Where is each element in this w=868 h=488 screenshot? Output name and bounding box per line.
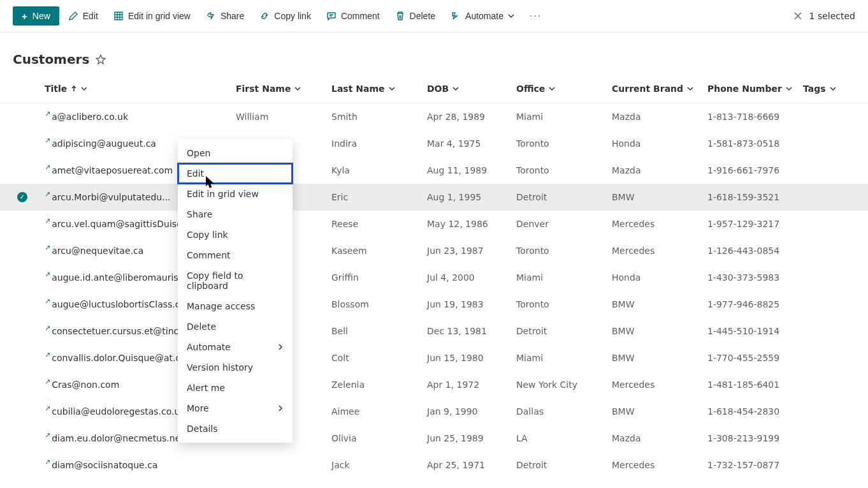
cell-brand: Honda (612, 138, 707, 149)
context-menu-item-copy-link[interactable]: Copy link (178, 225, 293, 245)
cell-phone: 1-430-373-5983 (707, 272, 803, 283)
table-row[interactable]: ↗a@aclibero.co.uk⋮WilliamSmithApr 28, 19… (0, 103, 868, 130)
cell-office: Dallas (516, 406, 612, 417)
cell-office: Miami (516, 353, 612, 363)
cell-brand: Mercedes (612, 219, 707, 229)
context-menu-item-delete[interactable]: Delete (178, 316, 293, 337)
table-header-row: Title First Name Last Name DOB Office Cu… (0, 78, 868, 103)
table-row[interactable]: ↗cubilia@eudoloregestas.co.uk⋮AimeeJan 9… (0, 398, 868, 425)
star-icon[interactable] (96, 54, 106, 64)
cell-last: Bell (331, 326, 427, 336)
table-row[interactable]: ↗diam.eu.dolor@necmetus.net⋮OliviaJun 25… (0, 425, 868, 452)
cell-dob: Apr 28, 1989 (427, 112, 516, 122)
item-link-icon: ↗ (45, 217, 50, 225)
column-header-office[interactable]: Office (516, 84, 612, 94)
context-menu-item-open[interactable]: Open (178, 143, 293, 163)
edit-button[interactable]: Edit (62, 6, 105, 26)
item-link-icon: ↗ (45, 190, 50, 198)
context-menu: OpenEditEdit in grid viewShareCopy linkC… (178, 139, 293, 443)
more-actions-button[interactable]: ··· (523, 6, 548, 26)
item-link-icon: ↗ (45, 351, 50, 359)
table-row[interactable]: ✓↗arcu.Morbi@vulputatedu...⋮EricAug 1, 1… (0, 184, 868, 211)
data-table: Title First Name Last Name DOB Office Cu… (0, 78, 868, 478)
context-menu-item-edit[interactable]: Edit (178, 163, 293, 184)
column-header-title[interactable]: Title (45, 84, 236, 94)
context-menu-item-comment[interactable]: Comment (178, 245, 293, 265)
item-link-icon: ↗ (45, 110, 50, 118)
cell-brand: Mazda (612, 165, 707, 175)
copy-link-button[interactable]: Copy link (253, 6, 317, 26)
chevron-down-icon (452, 85, 459, 92)
context-menu-item-more[interactable]: More (178, 398, 293, 418)
delete-button[interactable]: Delete (389, 6, 442, 26)
cell-brand: Mazda (612, 433, 707, 443)
column-header-last-name[interactable]: Last Name (331, 84, 427, 94)
context-menu-item-automate[interactable]: Automate (178, 337, 293, 357)
cell-last: Indira (331, 138, 427, 149)
context-menu-item-manage-access[interactable]: Manage access (178, 296, 293, 316)
column-header-tags[interactable]: Tags (803, 84, 867, 94)
item-link-icon: ↗ (45, 244, 50, 252)
table-row[interactable]: ↗Cras@non.com⋮ZeleniaApr 1, 1972New York… (0, 371, 868, 398)
table-row[interactable]: ↗adipiscing@augueut.ca⋮BrennanIndiraMar … (0, 130, 868, 157)
cell-office: Miami (516, 272, 612, 283)
table-row[interactable]: ↗convallis.dolor.Quisque@at.co.uk⋮ColtJu… (0, 344, 868, 371)
new-button[interactable]: + New (13, 6, 59, 26)
cell-office: Detroit (516, 460, 612, 470)
context-menu-item-share[interactable]: Share (178, 204, 293, 225)
column-header-first-name[interactable]: First Name (236, 84, 331, 94)
cell-brand: Mercedes (612, 460, 707, 470)
close-icon (793, 11, 803, 21)
column-header-current-brand[interactable]: Current Brand (612, 84, 707, 94)
page-title: Customers (13, 52, 89, 67)
cell-office: Detroit (516, 192, 612, 202)
cell-dob: Jul 4, 2000 (427, 272, 516, 283)
table-row[interactable]: ↗augue@luctuslobortisClass.co.uk⋮Blossom… (0, 291, 868, 318)
cell-dob: Aug 11, 1989 (427, 165, 516, 175)
table-row[interactable]: ↗augue.id.ante@liberomaurisaliqua⋮Griffi… (0, 264, 868, 291)
chevron-down-icon (687, 85, 693, 92)
cell-phone: 1-732-157-0877 (707, 460, 803, 470)
context-menu-item-copy-field-to-clipboard[interactable]: Copy field to clipboard (178, 265, 293, 296)
chevron-down-icon (508, 13, 514, 19)
row-selected-check-icon[interactable]: ✓ (17, 192, 27, 202)
cell-phone: 1-916-661-7976 (707, 165, 803, 175)
cell-last: Eric (331, 192, 427, 202)
cell-last: Aimee (331, 406, 427, 417)
chevron-down-icon (81, 85, 87, 92)
comment-button[interactable]: Comment (320, 6, 386, 26)
cell-phone: 1-813-718-6669 (707, 112, 803, 122)
item-link-icon: ↗ (45, 431, 50, 440)
table-row[interactable]: ↗amet@vitaeposuereat.com⋮KylaAug 11, 198… (0, 157, 868, 184)
share-button[interactable]: Share (199, 6, 250, 26)
table-row[interactable]: ↗diam@sociisnatoque.ca⋮JackApr 25, 1971D… (0, 452, 868, 478)
flow-icon (451, 11, 461, 21)
title-cell[interactable]: ↗diam@sociisnatoque.ca⋮ (45, 460, 236, 470)
column-header-dob[interactable]: DOB (427, 84, 516, 94)
context-menu-item-edit-in-grid-view[interactable]: Edit in grid view (178, 184, 293, 204)
link-icon (259, 11, 270, 21)
table-row[interactable]: ↗arcu@nequevitae.ca⋮KaseemJun 23, 1987To… (0, 237, 868, 264)
title-cell[interactable]: ↗a@aclibero.co.uk⋮ (45, 112, 236, 122)
cell-last: Blossom (331, 299, 427, 309)
cell-phone: 1-977-946-8825 (707, 299, 803, 309)
chevron-down-icon (294, 85, 301, 92)
context-menu-item-version-history[interactable]: Version history (178, 357, 293, 378)
cell-office: Denver (516, 219, 612, 229)
table-row[interactable]: ↗arcu.vel.quam@sagittisDuisgravid⋮ReeseM… (0, 211, 868, 237)
context-menu-item-alert-me[interactable]: Alert me (178, 378, 293, 398)
cell-brand: BMW (612, 299, 707, 309)
cell-office: Toronto (516, 138, 612, 149)
selection-count[interactable]: 1 selected (793, 11, 855, 21)
cell-last: Kyla (331, 165, 427, 175)
column-header-phone-number[interactable]: Phone Number (707, 84, 803, 94)
cell-brand: BMW (612, 326, 707, 336)
cell-office: Toronto (516, 165, 612, 175)
edit-grid-button[interactable]: Edit in grid view (107, 6, 197, 26)
automate-button[interactable]: Automate (444, 6, 521, 26)
cell-last: Jack (331, 460, 427, 470)
table-row[interactable]: ↗consectetuer.cursus.et@tinciduntD⋮BellD… (0, 318, 868, 344)
share-icon (206, 11, 216, 21)
cell-last: Griffin (331, 272, 427, 283)
context-menu-item-details[interactable]: Details (178, 418, 293, 439)
